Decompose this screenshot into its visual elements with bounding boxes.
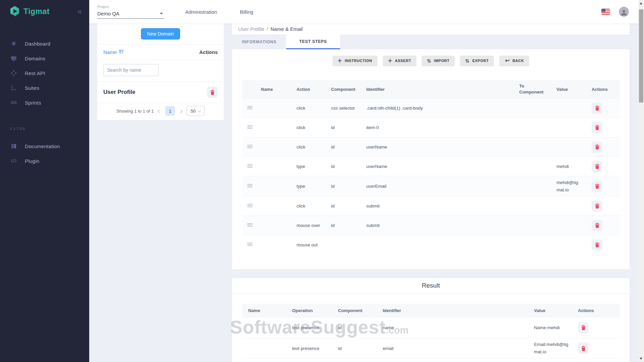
sidebar-collapse-icon[interactable]: « xyxy=(77,7,82,15)
result-value-cell: Name:mehdi xyxy=(528,321,572,334)
billing-link[interactable]: Billing xyxy=(240,9,253,15)
step-to-component-cell xyxy=(517,125,554,130)
tab-test-steps[interactable]: TEST STEPS xyxy=(286,35,340,49)
export-icon xyxy=(465,59,469,63)
sidebar-item-dashboard[interactable]: Dashboard xyxy=(0,36,89,51)
page-scrollbar[interactable] xyxy=(638,0,644,362)
result-component-cell: id xyxy=(332,322,377,333)
export-button[interactable]: EXPORT xyxy=(460,56,494,66)
step-action-cell: type xyxy=(294,181,329,191)
administration-link[interactable]: Administration xyxy=(185,9,217,15)
step-actions-cell xyxy=(590,100,620,117)
step-action-cell: mouse out xyxy=(294,240,329,250)
step-actions-cell xyxy=(590,139,620,156)
project-value: Demo QA xyxy=(97,11,119,16)
delete-step-button[interactable] xyxy=(578,322,589,334)
search-input[interactable] xyxy=(103,64,159,76)
sidebar-item-suites[interactable]: Suites xyxy=(0,80,89,95)
page-number[interactable]: 1 xyxy=(165,106,175,116)
step-actions-cell xyxy=(590,198,620,215)
step-name-cell xyxy=(259,106,294,111)
delete-step-button[interactable] xyxy=(592,239,602,251)
step-actions-cell xyxy=(590,158,620,175)
step-component-cell: id xyxy=(329,201,364,211)
drag-handle-icon[interactable] xyxy=(242,161,259,172)
drag-handle-icon[interactable] xyxy=(242,240,259,250)
delete-step-button[interactable] xyxy=(578,343,589,354)
step-value-cell xyxy=(554,220,590,231)
sidebar-item-rest-api[interactable]: Rest API xyxy=(0,66,89,80)
delete-step-button[interactable] xyxy=(592,161,602,172)
sidebar-item-sprints[interactable]: Sprints xyxy=(0,95,89,110)
drag-handle-icon[interactable] xyxy=(242,220,259,231)
drag-handle-icon[interactable] xyxy=(242,103,259,113)
step-to-component-cell xyxy=(517,242,554,248)
step-name-cell xyxy=(259,125,294,130)
language-flag-icon[interactable] xyxy=(601,9,610,15)
next-page-icon[interactable] xyxy=(179,108,182,114)
delete-step-button[interactable] xyxy=(592,220,602,231)
step-value-cell xyxy=(554,240,590,250)
page-size-select[interactable]: 50 xyxy=(186,106,205,116)
scrollbar-thumb[interactable] xyxy=(639,9,643,103)
step-to-component-cell xyxy=(517,203,554,209)
brand-name: Tigmat xyxy=(23,7,77,16)
drag-handle-icon[interactable] xyxy=(242,122,259,133)
instruction-button[interactable]: INSTRUCTION xyxy=(333,56,377,66)
step-component-cell xyxy=(329,242,364,248)
breadcrumb-current: Name & Email xyxy=(271,26,303,32)
back-button[interactable]: BACK xyxy=(499,56,529,66)
delete-step-button[interactable] xyxy=(592,141,602,153)
new-domain-button[interactable]: New Domain xyxy=(141,28,180,40)
steps-toolbar: INSTRUCTION ASSERT IMPORT EXPORT BACK xyxy=(232,49,630,66)
project-select[interactable]: Project Demo QA xyxy=(97,5,164,19)
step-name-cell xyxy=(259,184,294,189)
domain-row[interactable]: User Profile xyxy=(97,82,224,103)
plugin-code-icon xyxy=(10,158,17,164)
result-actions-cell xyxy=(572,319,620,336)
prev-page-icon[interactable] xyxy=(158,108,161,114)
step-to-component-cell xyxy=(517,164,554,169)
user-avatar[interactable] xyxy=(619,7,629,17)
breadcrumb-parent[interactable]: User Profile xyxy=(238,26,264,32)
steps-table: Name Action Component Identifier To Comp… xyxy=(242,80,620,254)
result-title: Result xyxy=(232,278,630,294)
delete-step-button[interactable] xyxy=(592,200,602,212)
step-component-cell: id xyxy=(329,220,364,231)
assert-button[interactable]: ASSERT xyxy=(383,56,416,66)
delete-domain-button[interactable] xyxy=(207,86,218,98)
step-to-component-cell xyxy=(517,223,554,228)
delete-step-button[interactable] xyxy=(592,122,602,133)
scrollbar-down-icon[interactable] xyxy=(640,358,642,360)
drag-handle-icon[interactable] xyxy=(242,181,259,191)
step-identifier-cell: submit xyxy=(364,201,517,211)
import-button[interactable]: IMPORT xyxy=(422,56,454,66)
step-identifier-cell: .card:nth-child(1) .card-body xyxy=(364,103,517,113)
steps-table-header: Name Action Component Identifier To Comp… xyxy=(242,80,620,98)
name-sort-header[interactable]: Name xyxy=(103,49,124,55)
steps-table-row: mouse out xyxy=(242,235,620,254)
logo: Tigmat « xyxy=(0,0,89,17)
sidebar-item-domains[interactable]: Domains xyxy=(0,51,89,66)
delete-step-button[interactable] xyxy=(592,103,602,114)
drag-handle-icon[interactable] xyxy=(242,142,259,152)
step-actions-cell xyxy=(590,237,620,253)
result-card: Result Name Operation Component Identifi… xyxy=(232,278,630,362)
step-name-cell xyxy=(259,223,294,228)
step-value-cell xyxy=(554,201,590,211)
tab-informations[interactable]: INFORMATIONS xyxy=(232,35,286,49)
result-value-cell: Email:mehdi@tigmat.io xyxy=(528,338,572,358)
step-name-cell xyxy=(259,242,294,248)
steps-table-row: clickidsubmit xyxy=(242,196,620,216)
documentation-icon xyxy=(10,143,17,149)
drag-handle-icon[interactable] xyxy=(242,201,259,211)
step-identifier-cell: submit xyxy=(364,220,517,231)
sidebar-item-documentation[interactable]: Documentation xyxy=(0,139,89,154)
delete-step-button[interactable] xyxy=(592,181,602,192)
sidebar-item-plugin[interactable]: Plugin xyxy=(0,154,89,168)
scrollbar-up-icon[interactable] xyxy=(640,2,642,4)
actions-header: Actions xyxy=(199,49,218,55)
step-value-cell xyxy=(554,103,590,113)
step-action-cell: mouse over xyxy=(294,220,329,231)
step-to-component-cell xyxy=(517,144,554,150)
